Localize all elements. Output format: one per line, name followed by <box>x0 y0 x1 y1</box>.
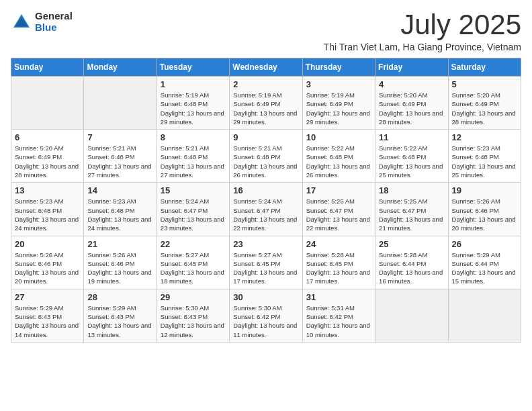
calendar-cell: 15Sunrise: 5:24 AMSunset: 6:47 PMDayligh… <box>157 183 229 236</box>
logo-icon <box>11 11 32 33</box>
calendar-cell: 1Sunrise: 5:19 AMSunset: 6:48 PMDaylight… <box>157 77 229 130</box>
day-info: Sunrise: 5:19 AMSunset: 6:48 PMDaylight:… <box>161 91 226 126</box>
day-number: 8 <box>161 132 226 142</box>
day-info: Sunrise: 5:25 AMSunset: 6:47 PMDaylight:… <box>379 197 444 232</box>
day-number: 11 <box>379 132 444 142</box>
header-day: Friday <box>375 58 448 77</box>
calendar-cell: 24Sunrise: 5:28 AMSunset: 6:45 PMDayligh… <box>302 236 375 289</box>
calendar-cell <box>11 77 84 130</box>
day-info: Sunrise: 5:29 AMSunset: 6:43 PMDaylight:… <box>15 304 80 339</box>
logo-text: General Blue <box>35 11 73 33</box>
calendar-cell: 21Sunrise: 5:26 AMSunset: 6:46 PMDayligh… <box>84 236 157 289</box>
day-number: 10 <box>306 132 371 142</box>
day-info: Sunrise: 5:23 AMSunset: 6:48 PMDaylight:… <box>452 144 517 179</box>
day-number: 15 <box>161 185 226 195</box>
day-number: 30 <box>233 292 298 302</box>
calendar-cell: 8Sunrise: 5:21 AMSunset: 6:48 PMDaylight… <box>157 130 229 183</box>
calendar-cell: 12Sunrise: 5:23 AMSunset: 6:48 PMDayligh… <box>448 130 521 183</box>
calendar-week: 6Sunrise: 5:20 AMSunset: 6:49 PMDaylight… <box>11 130 521 183</box>
day-info: Sunrise: 5:27 AMSunset: 6:45 PMDaylight:… <box>161 250 226 286</box>
day-info: Sunrise: 5:19 AMSunset: 6:49 PMDaylight:… <box>233 91 298 126</box>
calendar-cell: 11Sunrise: 5:22 AMSunset: 6:48 PMDayligh… <box>375 130 448 183</box>
day-number: 12 <box>452 132 517 142</box>
day-number: 2 <box>233 79 298 89</box>
calendar: SundayMondayTuesdayWednesdayThursdayFrid… <box>11 58 521 342</box>
calendar-cell: 30Sunrise: 5:30 AMSunset: 6:42 PMDayligh… <box>230 289 302 342</box>
calendar-cell: 19Sunrise: 5:26 AMSunset: 6:46 PMDayligh… <box>448 183 521 236</box>
calendar-cell: 31Sunrise: 5:31 AMSunset: 6:42 PMDayligh… <box>302 289 375 342</box>
month-title: July 2025 <box>324 11 521 39</box>
day-number: 24 <box>306 239 371 249</box>
day-number: 27 <box>15 292 80 302</box>
day-info: Sunrise: 5:20 AMSunset: 6:49 PMDaylight:… <box>379 91 444 126</box>
header-day: Wednesday <box>230 58 302 77</box>
calendar-header: SundayMondayTuesdayWednesdayThursdayFrid… <box>11 58 521 77</box>
page-header: General Blue July 2025 Thi Tran Viet Lam… <box>11 11 521 52</box>
calendar-cell: 7Sunrise: 5:21 AMSunset: 6:48 PMDaylight… <box>84 130 157 183</box>
day-info: Sunrise: 5:23 AMSunset: 6:48 PMDaylight:… <box>87 197 152 232</box>
day-number: 25 <box>379 239 444 249</box>
calendar-cell: 6Sunrise: 5:20 AMSunset: 6:49 PMDaylight… <box>11 130 84 183</box>
day-info: Sunrise: 5:26 AMSunset: 6:46 PMDaylight:… <box>15 250 80 286</box>
day-number: 7 <box>87 132 152 142</box>
day-info: Sunrise: 5:26 AMSunset: 6:46 PMDaylight:… <box>452 197 517 232</box>
header-day: Saturday <box>448 58 521 77</box>
calendar-cell: 2Sunrise: 5:19 AMSunset: 6:49 PMDaylight… <box>230 77 302 130</box>
day-number: 14 <box>87 185 152 195</box>
title-block: July 2025 Thi Tran Viet Lam, Ha Giang Pr… <box>324 11 521 52</box>
day-info: Sunrise: 5:19 AMSunset: 6:49 PMDaylight:… <box>306 91 371 126</box>
calendar-cell: 23Sunrise: 5:27 AMSunset: 6:45 PMDayligh… <box>230 236 302 289</box>
day-info: Sunrise: 5:22 AMSunset: 6:48 PMDaylight:… <box>379 144 444 179</box>
day-number: 3 <box>306 79 371 89</box>
calendar-cell <box>375 289 448 342</box>
day-number: 16 <box>233 185 298 195</box>
calendar-cell: 17Sunrise: 5:25 AMSunset: 6:47 PMDayligh… <box>302 183 375 236</box>
calendar-week: 27Sunrise: 5:29 AMSunset: 6:43 PMDayligh… <box>11 289 521 342</box>
day-info: Sunrise: 5:27 AMSunset: 6:45 PMDaylight:… <box>233 250 298 286</box>
logo-blue: Blue <box>35 22 73 34</box>
header-day: Tuesday <box>157 58 229 77</box>
day-info: Sunrise: 5:29 AMSunset: 6:44 PMDaylight:… <box>452 250 517 286</box>
calendar-cell: 14Sunrise: 5:23 AMSunset: 6:48 PMDayligh… <box>84 183 157 236</box>
day-number: 18 <box>379 185 444 195</box>
day-number: 28 <box>87 292 152 302</box>
day-number: 17 <box>306 185 371 195</box>
header-day: Sunday <box>11 58 84 77</box>
day-number: 20 <box>15 239 80 249</box>
subtitle: Thi Tran Viet Lam, Ha Giang Province, Vi… <box>324 42 521 52</box>
day-info: Sunrise: 5:25 AMSunset: 6:47 PMDaylight:… <box>306 197 371 232</box>
calendar-week: 1Sunrise: 5:19 AMSunset: 6:48 PMDaylight… <box>11 77 521 130</box>
calendar-cell: 27Sunrise: 5:29 AMSunset: 6:43 PMDayligh… <box>11 289 84 342</box>
day-number: 29 <box>161 292 226 302</box>
calendar-cell: 20Sunrise: 5:26 AMSunset: 6:46 PMDayligh… <box>11 236 84 289</box>
day-info: Sunrise: 5:29 AMSunset: 6:43 PMDaylight:… <box>87 304 152 339</box>
day-info: Sunrise: 5:22 AMSunset: 6:48 PMDaylight:… <box>306 144 371 179</box>
calendar-cell: 28Sunrise: 5:29 AMSunset: 6:43 PMDayligh… <box>84 289 157 342</box>
calendar-cell: 26Sunrise: 5:29 AMSunset: 6:44 PMDayligh… <box>448 236 521 289</box>
day-number: 26 <box>452 239 517 249</box>
calendar-cell: 3Sunrise: 5:19 AMSunset: 6:49 PMDaylight… <box>302 77 375 130</box>
day-info: Sunrise: 5:20 AMSunset: 6:49 PMDaylight:… <box>15 144 80 179</box>
day-number: 23 <box>233 239 298 249</box>
day-info: Sunrise: 5:23 AMSunset: 6:48 PMDaylight:… <box>15 197 80 232</box>
calendar-cell: 22Sunrise: 5:27 AMSunset: 6:45 PMDayligh… <box>157 236 229 289</box>
day-number: 31 <box>306 292 371 302</box>
calendar-cell: 10Sunrise: 5:22 AMSunset: 6:48 PMDayligh… <box>302 130 375 183</box>
calendar-cell: 29Sunrise: 5:30 AMSunset: 6:43 PMDayligh… <box>157 289 229 342</box>
calendar-week: 13Sunrise: 5:23 AMSunset: 6:48 PMDayligh… <box>11 183 521 236</box>
calendar-cell: 18Sunrise: 5:25 AMSunset: 6:47 PMDayligh… <box>375 183 448 236</box>
day-info: Sunrise: 5:28 AMSunset: 6:45 PMDaylight:… <box>306 250 371 286</box>
day-number: 1 <box>161 79 226 89</box>
day-number: 13 <box>15 185 80 195</box>
day-info: Sunrise: 5:24 AMSunset: 6:47 PMDaylight:… <box>233 197 298 232</box>
day-number: 6 <box>15 132 80 142</box>
day-number: 19 <box>452 185 517 195</box>
logo-general: General <box>35 11 73 22</box>
day-number: 21 <box>87 239 152 249</box>
calendar-cell: 5Sunrise: 5:20 AMSunset: 6:49 PMDaylight… <box>448 77 521 130</box>
calendar-cell <box>448 289 521 342</box>
day-info: Sunrise: 5:31 AMSunset: 6:42 PMDaylight:… <box>306 304 371 339</box>
calendar-cell: 9Sunrise: 5:21 AMSunset: 6:48 PMDaylight… <box>230 130 302 183</box>
day-info: Sunrise: 5:26 AMSunset: 6:46 PMDaylight:… <box>87 250 152 286</box>
header-row: SundayMondayTuesdayWednesdayThursdayFrid… <box>11 58 521 77</box>
